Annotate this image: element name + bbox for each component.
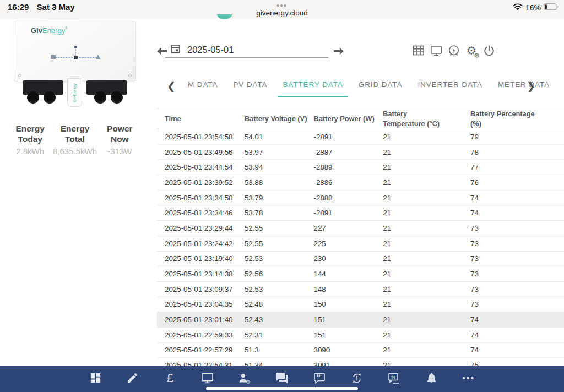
energy-stats: Energy Today 2.8kWh Energy Total 8,635.5… bbox=[0, 123, 150, 157]
monitor-icon[interactable] bbox=[199, 370, 215, 386]
date-input[interactable]: 2025-05-01 bbox=[165, 42, 328, 58]
table-cell: 53.97 bbox=[245, 144, 314, 160]
home-indicator[interactable] bbox=[206, 387, 358, 390]
table-cell: 2025-05-01 23:01:40 bbox=[157, 312, 245, 328]
table-cell: 74 bbox=[470, 312, 564, 328]
table-cell: 52.53 bbox=[245, 281, 314, 297]
tabs-scroll-right-icon[interactable]: ❯ bbox=[527, 80, 535, 91]
tab-m-data[interactable]: M DATA bbox=[183, 77, 223, 97]
table-cell: 21 bbox=[383, 312, 470, 328]
table-cell: 74 bbox=[470, 190, 564, 205]
table-row[interactable]: 2025-05-01 23:01:4052.431512174 bbox=[157, 312, 564, 328]
table-cell: 73 bbox=[470, 266, 564, 282]
table-cell: 2025-05-01 23:29:44 bbox=[157, 221, 245, 236]
table-cell: -2887 bbox=[314, 144, 383, 160]
givenergy-logo: GivEnergy® bbox=[31, 26, 68, 35]
table-cell: 51.3 bbox=[245, 342, 314, 358]
tab-pv-data[interactable]: PV DATA bbox=[228, 77, 272, 97]
main-content: 2025-05-01 ⚙ ⚙ bbox=[150, 19, 564, 392]
table-row[interactable]: 2025-05-01 23:14:3852.561442173 bbox=[157, 266, 564, 282]
connector-knob bbox=[111, 91, 123, 104]
stat-value: 2.8kWh bbox=[8, 146, 52, 157]
table-row[interactable]: 2025-05-01 23:09:3752.531482173 bbox=[157, 281, 564, 297]
table-row[interactable]: 2025-05-01 23:04:3552.481502173 bbox=[157, 297, 564, 312]
table-cell: 3090 bbox=[314, 342, 383, 358]
svg-text:!: ! bbox=[356, 374, 358, 381]
table-cell: -2891 bbox=[314, 129, 383, 145]
table-cell: 148 bbox=[314, 281, 383, 297]
table-cell: 2025-05-01 23:54:58 bbox=[157, 129, 245, 145]
connector-knob bbox=[44, 91, 56, 104]
table-cell: 74 bbox=[470, 327, 564, 342]
browser-menu-dots[interactable]: ••• bbox=[0, 1, 564, 9]
sync-alert-icon[interactable]: ! bbox=[349, 370, 365, 386]
date-value: 2025-05-01 bbox=[187, 45, 234, 55]
faq-icon[interactable]: ?! bbox=[386, 370, 402, 386]
settings-gears-icon[interactable]: ⚙ ⚙ bbox=[465, 44, 478, 57]
table-cell: 151 bbox=[314, 327, 383, 342]
table-row[interactable]: 2025-05-01 23:44:5453.94-28892177 bbox=[157, 160, 564, 175]
table-cell: 21 bbox=[383, 160, 470, 175]
tab-battery-data[interactable]: BATTERY DATA bbox=[278, 77, 348, 97]
table-cell: -2886 bbox=[314, 175, 383, 190]
table-cell: 21 bbox=[383, 281, 470, 297]
status-bar: 16:29 Sat 3 May ••• givenergy.cloud 16% bbox=[0, 0, 564, 19]
table-cell: -2888 bbox=[314, 190, 383, 205]
table-row[interactable]: 2025-05-01 23:34:4653.78-28912174 bbox=[157, 205, 564, 221]
table-cell: 77 bbox=[470, 160, 564, 175]
address-bar-url[interactable]: givenergy.cloud bbox=[0, 9, 564, 17]
gear-icon: ⚙ bbox=[474, 52, 480, 59]
stat-value: -313W bbox=[97, 146, 142, 157]
table-row[interactable]: 2025-05-01 23:24:4252.552252173 bbox=[157, 236, 564, 251]
tariffs-icon[interactable]: £ bbox=[162, 370, 178, 386]
table-cell: 76 bbox=[470, 175, 564, 190]
connector-knob bbox=[27, 91, 39, 104]
table-cell: 225 bbox=[314, 236, 383, 251]
stat-label: Energy Total bbox=[52, 123, 97, 145]
power-icon[interactable] bbox=[482, 44, 496, 57]
battery-data-table-wrap: TimeBattery Voltage (V)Battery Power (W)… bbox=[157, 108, 564, 392]
sidebar: GivEnergy® GivEnergy Energy Today 2.8kWh… bbox=[0, 19, 150, 392]
tab-grid-data[interactable]: GRID DATA bbox=[354, 77, 408, 97]
chat-icon[interactable] bbox=[274, 370, 290, 386]
table-row[interactable]: 2025-05-01 23:19:4052.532302173 bbox=[157, 251, 564, 266]
table-cell: 21 bbox=[383, 175, 470, 190]
display-icon[interactable] bbox=[430, 44, 443, 57]
dashboard-icon[interactable] bbox=[87, 370, 104, 386]
wifi-icon bbox=[513, 3, 523, 13]
table-row[interactable]: 2025-05-01 22:59:3352.311512174 bbox=[157, 327, 564, 342]
data-table-icon[interactable] bbox=[412, 44, 425, 57]
edit-icon[interactable] bbox=[124, 370, 141, 386]
table-cell: 52.55 bbox=[245, 221, 314, 236]
tabs-scroll-left-icon[interactable]: ❮ bbox=[167, 80, 176, 91]
tab-meter-data[interactable]: METER DATA bbox=[493, 77, 555, 97]
inverter-connector-right bbox=[86, 80, 127, 95]
next-day-button[interactable] bbox=[333, 45, 345, 59]
battery-percent-text: 16% bbox=[525, 3, 541, 12]
battery-data-table: TimeBattery Voltage (V)Battery Power (W)… bbox=[157, 108, 564, 373]
inverter-image: GivEnergy® GivEnergy bbox=[14, 21, 136, 110]
table-row[interactable]: 2025-05-01 23:49:5653.97-28872178 bbox=[157, 144, 564, 160]
table-cell: 52.53 bbox=[245, 251, 314, 266]
testimonials-icon[interactable]: “ bbox=[311, 370, 328, 386]
table-row[interactable]: 2025-05-01 23:39:5253.88-28862176 bbox=[157, 175, 564, 190]
table-row[interactable]: 2025-05-01 23:34:5053.79-28882174 bbox=[157, 190, 564, 205]
table-cell: 2025-05-01 22:57:29 bbox=[157, 342, 245, 358]
table-cell: 73 bbox=[470, 236, 564, 251]
table-cell: 2025-05-01 23:24:42 bbox=[157, 236, 245, 251]
tab-inverter-data[interactable]: INVERTER DATA bbox=[413, 77, 487, 97]
notifications-icon[interactable] bbox=[423, 370, 440, 386]
table-cell: 78 bbox=[470, 144, 564, 160]
table-row[interactable]: 2025-05-01 23:29:4452.552272173 bbox=[157, 221, 564, 236]
column-header: Battery Power (W) bbox=[314, 108, 383, 129]
table-row[interactable]: 2025-05-01 23:54:5854.01-28912179 bbox=[157, 129, 564, 145]
calendar-icon bbox=[170, 43, 181, 57]
more-icon[interactable]: ••• bbox=[460, 370, 477, 386]
table-row[interactable]: 2025-05-01 22:57:2951.330902174 bbox=[157, 342, 564, 358]
table-cell: 2025-05-01 23:34:46 bbox=[157, 205, 245, 221]
table-cell: 74 bbox=[470, 342, 564, 358]
account-settings-icon[interactable]: ⚙ bbox=[236, 370, 253, 386]
tabs-row: ❮ M DATAPV DATABATTERY DATAGRID DATAINVE… bbox=[150, 77, 564, 99]
table-cell: -2891 bbox=[314, 205, 383, 221]
energy-meter-icon[interactable] bbox=[447, 44, 460, 57]
